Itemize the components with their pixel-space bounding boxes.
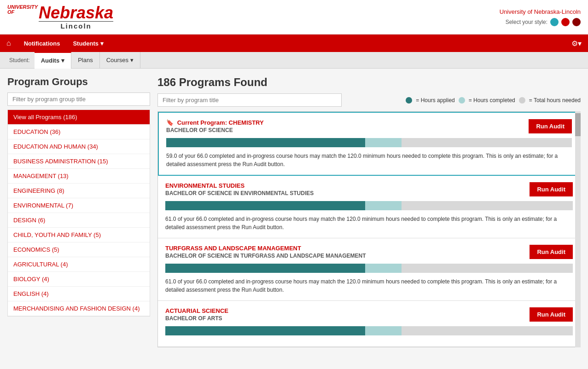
sidebar-item-education[interactable]: EDUCATION (36) bbox=[8, 125, 150, 139]
program-filter-row: = Hours applied = Hours completed = Tota… bbox=[157, 93, 581, 107]
program-title-area: 🔖 Current Program: CHEMISTRY BACHELOR OF… bbox=[166, 119, 521, 133]
sidebar-item-label: AGRICULTURAL (4) bbox=[13, 261, 68, 268]
legend-dot-total bbox=[519, 97, 525, 104]
progress-bg bbox=[165, 326, 573, 335]
program-title-line1: 🔖 Current Program: CHEMISTRY bbox=[166, 119, 521, 126]
sidebar: Program Groups View all Programs (186) E… bbox=[7, 76, 150, 362]
home-icon: ⌂ bbox=[6, 39, 11, 47]
sidebar-item-label: CHILD, YOUTH AND FAMILY (5) bbox=[13, 231, 101, 238]
run-audit-chemistry-button[interactable]: Run Audit bbox=[529, 119, 572, 133]
tab-plans-label: Plans bbox=[78, 57, 93, 63]
style-dot-teal[interactable] bbox=[550, 18, 559, 26]
run-audit-env-button[interactable]: Run Audit bbox=[530, 182, 573, 196]
gear-button[interactable]: ⚙ ▾ bbox=[565, 35, 588, 52]
program-card-env-studies: ENVIRONMENTAL STUDIES BACHELOR OF SCIENC… bbox=[158, 176, 580, 238]
progress-applied bbox=[165, 201, 365, 210]
notifications-label: Notifications bbox=[24, 40, 60, 47]
legend-total-label: = Total hours needed bbox=[529, 97, 581, 104]
progress-applied bbox=[165, 326, 365, 335]
programs-count: 186 Programs Found bbox=[157, 76, 581, 89]
sidebar-item-label: MERCHANDISING AND FASHION DESIGN (4) bbox=[13, 305, 140, 312]
sidebar-item-biology[interactable]: BIOLOGY (4) bbox=[8, 272, 150, 287]
sidebar-item-label: DESIGN (6) bbox=[13, 217, 45, 224]
top-right: University of Nebraska-Lincoln Select yo… bbox=[500, 8, 581, 26]
program-group-filter-input[interactable] bbox=[7, 92, 150, 106]
sidebar-item-design[interactable]: DESIGN (6) bbox=[8, 213, 150, 228]
run-audit-actuarial-button[interactable]: Run Audit bbox=[530, 307, 573, 322]
logo-university-text: UNIVERSITYOF bbox=[7, 5, 38, 15]
program-title-area: ENVIRONMENTAL STUDIES BACHELOR OF SCIENC… bbox=[165, 182, 522, 196]
right-content: 186 Programs Found = Hours applied = Hou… bbox=[157, 76, 581, 362]
sidebar-item-label: ENGLISH (4) bbox=[13, 290, 49, 297]
sidebar-item-merchandising[interactable]: MERCHANDISING AND FASHION DESIGN (4) bbox=[8, 301, 150, 316]
style-dot-red[interactable] bbox=[561, 18, 570, 26]
tab-courses[interactable]: Courses ▾ bbox=[100, 52, 140, 69]
progress-bar-chemistry bbox=[166, 138, 572, 147]
program-degree: BACHELOR OF ARTS bbox=[165, 315, 522, 322]
progress-completed bbox=[365, 326, 402, 335]
scrollbar-thumb[interactable] bbox=[575, 113, 581, 136]
sidebar-item-label: BUSINESS ADMINISTRATION (15) bbox=[13, 158, 108, 165]
progress-bg bbox=[165, 201, 573, 210]
students-label: Students bbox=[73, 40, 99, 47]
sidebar-item-label: EDUCATION (36) bbox=[13, 128, 60, 135]
sidebar-item-business[interactable]: BUSINESS ADMINISTRATION (15) bbox=[8, 154, 150, 169]
program-degree: BACHELOR OF SCIENCE bbox=[166, 127, 521, 133]
sidebar-item-education-human[interactable]: EDUCATION AND HUMAN (34) bbox=[8, 139, 150, 154]
progress-applied bbox=[166, 138, 365, 147]
program-degree: BACHELOR OF SCIENCE IN TURFGRASS AND LAN… bbox=[165, 253, 522, 259]
run-audit-turfgrass-button[interactable]: Run Audit bbox=[530, 245, 573, 259]
tab-audits[interactable]: Audits ▾ bbox=[35, 52, 71, 69]
sidebar-item-label: BIOLOGY (4) bbox=[13, 276, 49, 283]
sidebar-item-label: ENVIRONMENTAL (7) bbox=[13, 202, 73, 209]
program-title-line1: ENVIRONMENTAL STUDIES bbox=[165, 182, 522, 189]
legend: = Hours applied = Hours completed = Tota… bbox=[406, 97, 581, 104]
home-button[interactable]: ⌂ bbox=[0, 35, 17, 52]
program-name: CHEMISTRY bbox=[229, 119, 264, 126]
sidebar-item-management[interactable]: MANAGEMENT (13) bbox=[8, 169, 150, 184]
sidebar-item-agricultural[interactable]: AGRICULTURAL (4) bbox=[8, 257, 150, 272]
program-title-filter-input[interactable] bbox=[157, 93, 342, 107]
style-dot-dark[interactable] bbox=[572, 18, 581, 26]
nav-right: ⚙ ▾ bbox=[565, 35, 588, 52]
legend-completed-label: = Hours completed bbox=[469, 97, 515, 104]
program-title-area: TURFGRASS AND LANDSCAPE MANAGEMENT BACHE… bbox=[165, 245, 522, 259]
logo: UNIVERSITYOF Nebraska Lincoln bbox=[7, 5, 113, 29]
sidebar-item-engineering[interactable]: ENGINEERING (8) bbox=[8, 184, 150, 198]
sidebar-item-economics[interactable]: ECONOMICS (5) bbox=[8, 242, 150, 257]
tab-courses-arrow: ▾ bbox=[130, 57, 134, 63]
progress-applied bbox=[165, 264, 365, 273]
bookmark-icon: 🔖 bbox=[166, 119, 174, 126]
program-name: ACTUARIAL SCIENCE bbox=[165, 307, 228, 314]
progress-completed bbox=[365, 264, 402, 273]
logo-nebraska: Nebraska bbox=[39, 5, 113, 21]
progress-bar-env bbox=[165, 201, 573, 210]
main-content: Program Groups View all Programs (186) E… bbox=[0, 69, 588, 369]
progress-bg bbox=[166, 138, 572, 147]
sub-nav: Student: Audits ▾ Plans Courses ▾ bbox=[0, 52, 588, 69]
sidebar-item-child[interactable]: CHILD, YOUTH AND FAMILY (5) bbox=[8, 228, 150, 242]
student-label: Student: bbox=[5, 57, 35, 63]
sidebar-item-label: EDUCATION AND HUMAN (34) bbox=[13, 143, 98, 150]
programs-scrollbar[interactable] bbox=[575, 111, 581, 347]
sidebar-item-english[interactable]: ENGLISH (4) bbox=[8, 287, 150, 301]
students-nav[interactable]: Students ▾ bbox=[66, 35, 110, 52]
program-card-chemistry: 🔖 Current Program: CHEMISTRY BACHELOR OF… bbox=[158, 112, 580, 176]
tab-courses-label: Courses bbox=[106, 57, 128, 63]
program-groups-list: View all Programs (186) EDUCATION (36) E… bbox=[7, 110, 150, 317]
notifications-nav[interactable]: Notifications bbox=[17, 35, 67, 52]
tab-plans[interactable]: Plans bbox=[71, 52, 100, 69]
sidebar-item-all[interactable]: View all Programs (186) bbox=[8, 110, 150, 125]
program-card-turfgrass: TURFGRASS AND LANDSCAPE MANAGEMENT BACHE… bbox=[158, 238, 580, 301]
progress-completed bbox=[365, 201, 402, 210]
students-arrow: ▾ bbox=[100, 40, 104, 47]
sidebar-item-environmental[interactable]: ENVIRONMENTAL (7) bbox=[8, 198, 150, 213]
program-name: ENVIRONMENTAL STUDIES bbox=[165, 182, 245, 189]
style-label: Select your style: bbox=[506, 19, 547, 25]
programs-list: 🔖 Current Program: CHEMISTRY BACHELOR OF… bbox=[157, 111, 581, 347]
tab-audits-arrow: ▾ bbox=[61, 57, 64, 64]
program-card-header: ACTUARIAL SCIENCE BACHELOR OF ARTS Run A… bbox=[165, 307, 573, 322]
tab-audits-label: Audits bbox=[41, 57, 59, 64]
program-card-actuarial: ACTUARIAL SCIENCE BACHELOR OF ARTS Run A… bbox=[158, 301, 580, 347]
program-title-area: ACTUARIAL SCIENCE BACHELOR OF ARTS bbox=[165, 307, 522, 322]
